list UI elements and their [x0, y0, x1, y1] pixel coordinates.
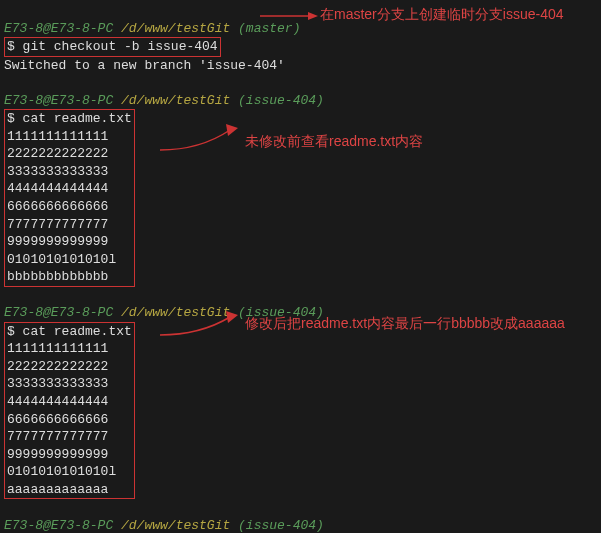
prompt-host: E73-8@E73-8-PC — [4, 93, 113, 108]
annotation-3: 修改后把readme.txt内容最后一行bbbbb改成aaaaaa — [245, 315, 565, 333]
l8b: 0101010101010l — [7, 464, 116, 479]
lb: bbbbbbbbbbbbb — [7, 269, 108, 284]
prompt-path: /d/www/testGit — [113, 305, 230, 320]
l1: 1111111111111 — [7, 129, 108, 144]
l6b: 7777777777777 — [7, 429, 108, 444]
l8: 0101010101010l — [7, 252, 116, 267]
l2: 2222222222222 — [7, 146, 108, 161]
prompt-host: E73-8@E73-8-PC — [4, 518, 113, 533]
annotation-1: 在master分支上创建临时分支issue-404 — [320, 6, 564, 24]
prompt-host: E73-8@E73-8-PC — [4, 305, 113, 320]
l7b: 9999999999999 — [7, 447, 108, 462]
cmd-checkout: $ git checkout -b issue-404 — [7, 39, 218, 54]
annotation-2: 未修改前查看readme.txt内容 — [245, 133, 423, 151]
l3: 3333333333333 — [7, 164, 108, 179]
prompt-path: /d/www/testGit — [113, 21, 230, 36]
l4b: 4444444444444 — [7, 394, 108, 409]
prompt-path: /d/www/testGit — [113, 518, 230, 533]
cmd-cat2: $ cat readme.txt — [7, 324, 132, 339]
out-switched: Switched to a new branch 'issue-404' — [4, 58, 285, 73]
branch-issue: (issue-404) — [230, 518, 324, 533]
l3b: 3333333333333 — [7, 376, 108, 391]
l4: 4444444444444 — [7, 181, 108, 196]
l7: 9999999999999 — [7, 234, 108, 249]
prompt-path: /d/www/testGit — [113, 93, 230, 108]
l5: 6666666666666 — [7, 199, 108, 214]
l6: 7777777777777 — [7, 217, 108, 232]
branch-master: (master) — [230, 21, 300, 36]
l2b: 2222222222222 — [7, 359, 108, 374]
l5b: 6666666666666 — [7, 412, 108, 427]
branch-issue: (issue-404) — [230, 93, 324, 108]
terminal-output: E73-8@E73-8-PC /d/www/testGit (master) $… — [0, 0, 601, 533]
l1b: 1111111111111 — [7, 341, 108, 356]
prompt-host: E73-8@E73-8-PC — [4, 21, 113, 36]
cmd-cat1: $ cat readme.txt — [7, 111, 132, 126]
la: aaaaaaaaaaaaa — [7, 482, 108, 497]
